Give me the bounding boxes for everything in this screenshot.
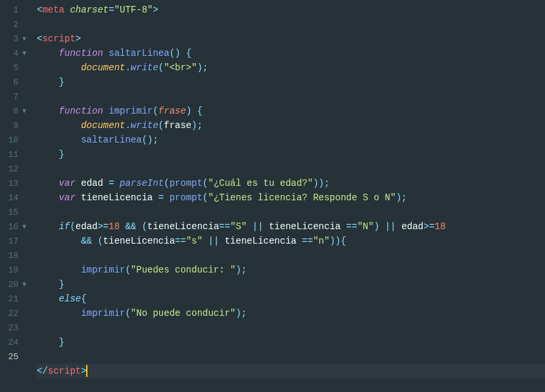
code-line[interactable]: <meta charset="UTF-8"> bbox=[37, 3, 545, 17]
code-line[interactable] bbox=[37, 248, 545, 263]
code-line-wrap[interactable]: && (tieneLicencia=="s" || tieneLicencia … bbox=[37, 234, 545, 248]
gutter-row: 9 bbox=[0, 118, 32, 133]
gutter-row: 5 bbox=[0, 60, 32, 75]
code-line[interactable] bbox=[37, 320, 545, 335]
code-line[interactable]: imprimir("No puede conducir"); bbox=[37, 306, 545, 320]
code-line[interactable]: function saltarLinea() { bbox=[37, 46, 545, 60]
code-line[interactable]: var edad = parseInt(prompt("¿Cuál es tu … bbox=[37, 176, 545, 190]
code-line[interactable]: else{ bbox=[37, 292, 545, 306]
code-line[interactable] bbox=[37, 89, 545, 104]
code-line[interactable]: } bbox=[37, 335, 545, 349]
cursor-icon bbox=[86, 365, 87, 377]
code-line[interactable]: if(edad>=18 && (tieneLicencia=="S" || ti… bbox=[37, 219, 545, 234]
code-line[interactable]: saltarLinea(); bbox=[37, 133, 545, 147]
gutter: 1 2 3▼ 4▼ 5 6 7 8▼ 9 10 11 12 13 14 15 1… bbox=[0, 0, 32, 392]
gutter-row: 18 bbox=[0, 248, 32, 263]
gutter-row: 7 bbox=[0, 89, 32, 104]
gutter-row: 2 bbox=[0, 17, 32, 32]
code-line[interactable]: var tieneLicencia = prompt("¿Tienes lice… bbox=[37, 190, 545, 205]
gutter-row: 12 bbox=[0, 162, 32, 176]
gutter-row: 4▼ bbox=[0, 46, 32, 60]
code-line[interactable]: imprimir("Puedes conducir: "); bbox=[37, 263, 545, 277]
gutter-row: 17 bbox=[0, 234, 32, 248]
gutter-row: 22 bbox=[0, 306, 32, 320]
gutter-row: 14 bbox=[0, 190, 32, 205]
gutter-row: 15 bbox=[0, 205, 32, 219]
gutter-row: 10 bbox=[0, 133, 32, 147]
gutter-row: 20▼ bbox=[0, 277, 32, 292]
gutter-row: 23 bbox=[0, 320, 32, 335]
code-line[interactable]: } bbox=[37, 147, 545, 162]
gutter-row: 25 bbox=[0, 349, 32, 364]
code-line[interactable]: } bbox=[37, 277, 545, 292]
gutter-row: 19 bbox=[0, 263, 32, 277]
code-line[interactable]: function imprimir(frase) { bbox=[37, 104, 545, 118]
gutter-row: 8▼ bbox=[0, 104, 32, 118]
code-line[interactable] bbox=[37, 162, 545, 176]
code-line[interactable]: document.write(frase); bbox=[37, 118, 545, 133]
gutter-row: 3▼ bbox=[0, 32, 32, 46]
code-line[interactable]: </script> bbox=[37, 364, 545, 378]
gutter-row: 11 bbox=[0, 147, 32, 162]
code-area[interactable]: <meta charset="UTF-8"> <script> function… bbox=[32, 0, 545, 392]
gutter-row: 1 bbox=[0, 3, 32, 17]
gutter-row: 13 bbox=[0, 176, 32, 190]
code-line[interactable] bbox=[37, 17, 545, 32]
code-line[interactable] bbox=[37, 349, 545, 364]
gutter-row: 16▼ bbox=[0, 219, 32, 234]
gutter-row: 24 bbox=[0, 335, 32, 349]
code-line[interactable]: <script> bbox=[37, 32, 545, 46]
code-editor[interactable]: 1 2 3▼ 4▼ 5 6 7 8▼ 9 10 11 12 13 14 15 1… bbox=[0, 0, 545, 392]
gutter-row: 6 bbox=[0, 75, 32, 89]
gutter-row: 21 bbox=[0, 292, 32, 306]
code-line[interactable] bbox=[37, 205, 545, 219]
code-line[interactable]: } bbox=[37, 75, 545, 89]
code-line[interactable]: document.write("<br>"); bbox=[37, 60, 545, 75]
